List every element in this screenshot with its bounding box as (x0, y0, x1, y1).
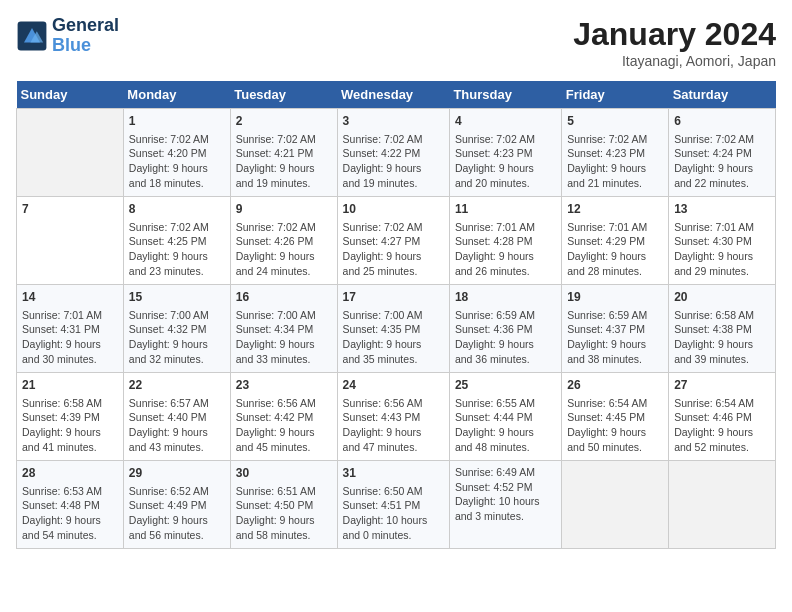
day-info: Sunrise: 6:56 AMSunset: 4:43 PMDaylight:… (343, 396, 444, 455)
day-number: 7 (22, 201, 118, 218)
day-number: 19 (567, 289, 663, 306)
location: Itayanagi, Aomori, Japan (573, 53, 776, 69)
day-info: Sunrise: 6:58 AMSunset: 4:39 PMDaylight:… (22, 396, 118, 455)
calendar-cell: 4Sunrise: 7:02 AMSunset: 4:23 PMDaylight… (449, 109, 561, 197)
calendar-cell: 22Sunrise: 6:57 AMSunset: 4:40 PMDayligh… (123, 373, 230, 461)
day-info: Sunrise: 7:02 AMSunset: 4:23 PMDaylight:… (455, 132, 556, 191)
day-info: Sunrise: 6:59 AMSunset: 4:36 PMDaylight:… (455, 308, 556, 367)
header-wednesday: Wednesday (337, 81, 449, 109)
calendar-cell: 26Sunrise: 6:54 AMSunset: 4:45 PMDayligh… (562, 373, 669, 461)
day-number: 16 (236, 289, 332, 306)
day-info: Sunrise: 6:49 AMSunset: 4:52 PMDaylight:… (455, 465, 556, 524)
calendar-cell: 15Sunrise: 7:00 AMSunset: 4:32 PMDayligh… (123, 285, 230, 373)
day-number: 25 (455, 377, 556, 394)
day-number: 6 (674, 113, 770, 130)
day-number: 31 (343, 465, 444, 482)
calendar-cell (669, 461, 776, 549)
day-number: 2 (236, 113, 332, 130)
calendar-cell: 16Sunrise: 7:00 AMSunset: 4:34 PMDayligh… (230, 285, 337, 373)
calendar-cell: 25Sunrise: 6:55 AMSunset: 4:44 PMDayligh… (449, 373, 561, 461)
logo-icon (16, 20, 48, 52)
calendar-cell: 1Sunrise: 7:02 AMSunset: 4:20 PMDaylight… (123, 109, 230, 197)
calendar-cell: 28Sunrise: 6:53 AMSunset: 4:48 PMDayligh… (17, 461, 124, 549)
day-info: Sunrise: 6:55 AMSunset: 4:44 PMDaylight:… (455, 396, 556, 455)
day-info: Sunrise: 6:59 AMSunset: 4:37 PMDaylight:… (567, 308, 663, 367)
day-info: Sunrise: 7:02 AMSunset: 4:26 PMDaylight:… (236, 220, 332, 279)
calendar-cell: 12Sunrise: 7:01 AMSunset: 4:29 PMDayligh… (562, 197, 669, 285)
day-info: Sunrise: 7:01 AMSunset: 4:29 PMDaylight:… (567, 220, 663, 279)
title-area: January 2024 Itayanagi, Aomori, Japan (573, 16, 776, 69)
day-info: Sunrise: 6:53 AMSunset: 4:48 PMDaylight:… (22, 484, 118, 543)
calendar-week-2: 78Sunrise: 7:02 AMSunset: 4:25 PMDayligh… (17, 197, 776, 285)
day-info: Sunrise: 7:01 AMSunset: 4:30 PMDaylight:… (674, 220, 770, 279)
day-number: 20 (674, 289, 770, 306)
day-number: 18 (455, 289, 556, 306)
day-number: 14 (22, 289, 118, 306)
calendar-cell: 27Sunrise: 6:54 AMSunset: 4:46 PMDayligh… (669, 373, 776, 461)
day-number: 3 (343, 113, 444, 130)
day-info: Sunrise: 7:01 AMSunset: 4:28 PMDaylight:… (455, 220, 556, 279)
calendar-cell: Sunrise: 6:49 AMSunset: 4:52 PMDaylight:… (449, 461, 561, 549)
day-info: Sunrise: 6:56 AMSunset: 4:42 PMDaylight:… (236, 396, 332, 455)
day-info: Sunrise: 7:02 AMSunset: 4:21 PMDaylight:… (236, 132, 332, 191)
calendar-week-1: 1Sunrise: 7:02 AMSunset: 4:20 PMDaylight… (17, 109, 776, 197)
day-info: Sunrise: 6:54 AMSunset: 4:45 PMDaylight:… (567, 396, 663, 455)
page-header: General Blue January 2024 Itayanagi, Aom… (16, 16, 776, 69)
day-info: Sunrise: 7:02 AMSunset: 4:22 PMDaylight:… (343, 132, 444, 191)
day-number: 13 (674, 201, 770, 218)
day-info: Sunrise: 6:52 AMSunset: 4:49 PMDaylight:… (129, 484, 225, 543)
day-number: 23 (236, 377, 332, 394)
day-number: 1 (129, 113, 225, 130)
day-info: Sunrise: 7:02 AMSunset: 4:20 PMDaylight:… (129, 132, 225, 191)
day-number: 11 (455, 201, 556, 218)
day-number: 26 (567, 377, 663, 394)
day-number: 15 (129, 289, 225, 306)
day-info: Sunrise: 6:54 AMSunset: 4:46 PMDaylight:… (674, 396, 770, 455)
day-number: 5 (567, 113, 663, 130)
day-info: Sunrise: 6:51 AMSunset: 4:50 PMDaylight:… (236, 484, 332, 543)
calendar-cell (562, 461, 669, 549)
day-info: Sunrise: 7:02 AMSunset: 4:27 PMDaylight:… (343, 220, 444, 279)
day-info: Sunrise: 7:00 AMSunset: 4:34 PMDaylight:… (236, 308, 332, 367)
day-number: 8 (129, 201, 225, 218)
calendar-cell: 6Sunrise: 7:02 AMSunset: 4:24 PMDaylight… (669, 109, 776, 197)
calendar-cell: 31Sunrise: 6:50 AMSunset: 4:51 PMDayligh… (337, 461, 449, 549)
calendar-cell: 10Sunrise: 7:02 AMSunset: 4:27 PMDayligh… (337, 197, 449, 285)
day-number: 24 (343, 377, 444, 394)
calendar-cell: 21Sunrise: 6:58 AMSunset: 4:39 PMDayligh… (17, 373, 124, 461)
calendar-cell: 13Sunrise: 7:01 AMSunset: 4:30 PMDayligh… (669, 197, 776, 285)
calendar-cell: 30Sunrise: 6:51 AMSunset: 4:50 PMDayligh… (230, 461, 337, 549)
calendar-week-5: 28Sunrise: 6:53 AMSunset: 4:48 PMDayligh… (17, 461, 776, 549)
calendar-week-4: 21Sunrise: 6:58 AMSunset: 4:39 PMDayligh… (17, 373, 776, 461)
day-info: Sunrise: 6:50 AMSunset: 4:51 PMDaylight:… (343, 484, 444, 543)
day-number: 28 (22, 465, 118, 482)
calendar-cell: 14Sunrise: 7:01 AMSunset: 4:31 PMDayligh… (17, 285, 124, 373)
calendar-cell: 8Sunrise: 7:02 AMSunset: 4:25 PMDaylight… (123, 197, 230, 285)
header-tuesday: Tuesday (230, 81, 337, 109)
day-number: 10 (343, 201, 444, 218)
day-info: Sunrise: 7:00 AMSunset: 4:32 PMDaylight:… (129, 308, 225, 367)
day-number: 22 (129, 377, 225, 394)
calendar-cell: 29Sunrise: 6:52 AMSunset: 4:49 PMDayligh… (123, 461, 230, 549)
calendar-week-3: 14Sunrise: 7:01 AMSunset: 4:31 PMDayligh… (17, 285, 776, 373)
header-saturday: Saturday (669, 81, 776, 109)
header-friday: Friday (562, 81, 669, 109)
day-number: 9 (236, 201, 332, 218)
month-title: January 2024 (573, 16, 776, 53)
day-info: Sunrise: 6:57 AMSunset: 4:40 PMDaylight:… (129, 396, 225, 455)
day-number: 12 (567, 201, 663, 218)
calendar-table: SundayMondayTuesdayWednesdayThursdayFrid… (16, 81, 776, 549)
calendar-cell: 7 (17, 197, 124, 285)
calendar-header-row: SundayMondayTuesdayWednesdayThursdayFrid… (17, 81, 776, 109)
header-monday: Monday (123, 81, 230, 109)
calendar-cell: 2Sunrise: 7:02 AMSunset: 4:21 PMDaylight… (230, 109, 337, 197)
calendar-cell: 5Sunrise: 7:02 AMSunset: 4:23 PMDaylight… (562, 109, 669, 197)
calendar-cell: 17Sunrise: 7:00 AMSunset: 4:35 PMDayligh… (337, 285, 449, 373)
day-info: Sunrise: 6:58 AMSunset: 4:38 PMDaylight:… (674, 308, 770, 367)
day-info: Sunrise: 7:02 AMSunset: 4:24 PMDaylight:… (674, 132, 770, 191)
day-info: Sunrise: 7:02 AMSunset: 4:25 PMDaylight:… (129, 220, 225, 279)
calendar-cell: 9Sunrise: 7:02 AMSunset: 4:26 PMDaylight… (230, 197, 337, 285)
day-info: Sunrise: 7:00 AMSunset: 4:35 PMDaylight:… (343, 308, 444, 367)
day-number: 4 (455, 113, 556, 130)
calendar-cell: 18Sunrise: 6:59 AMSunset: 4:36 PMDayligh… (449, 285, 561, 373)
